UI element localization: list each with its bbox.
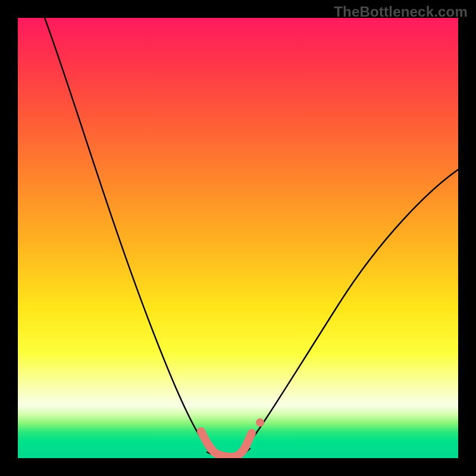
curve-right-branch — [241, 170, 458, 453]
min-marker-dot — [256, 418, 264, 427]
plot-area — [18, 18, 458, 458]
chart-frame: TheBottleneck.com — [0, 0, 476, 476]
curve-left-branch — [45, 18, 220, 455]
watermark-label: TheBottleneck.com — [334, 4, 468, 20]
bottleneck-curve-svg — [18, 18, 458, 458]
